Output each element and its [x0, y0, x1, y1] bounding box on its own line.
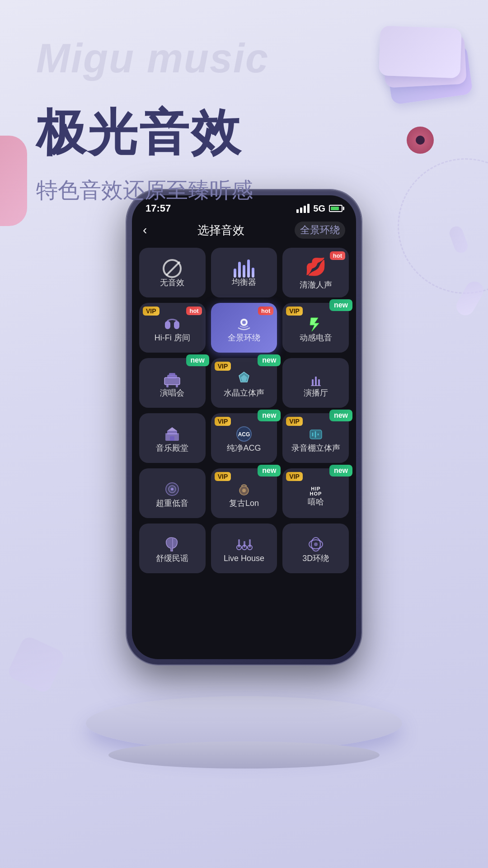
new-badge-retro: new	[258, 465, 281, 476]
vip-badge-dynamic: VIP	[286, 307, 303, 316]
pedestal-base	[108, 741, 380, 769]
effect-hifi[interactable]: VIP hot Hi-Fi 房间	[139, 303, 206, 353]
vip-badge-retro: VIP	[215, 472, 231, 481]
svg-rect-5	[164, 377, 180, 385]
vip-badge-acg: VIP	[215, 417, 231, 426]
screen-title: 选择音效	[197, 222, 244, 238]
vip-badge-hiphop: VIP	[286, 472, 303, 481]
dynamic-icon	[306, 314, 325, 333]
back-button[interactable]: ‹	[143, 223, 147, 237]
concert-icon	[163, 369, 182, 388]
effect-concert[interactable]: new 演唱会	[139, 358, 206, 408]
svg-rect-40	[249, 539, 251, 547]
acg-icon: ACG	[235, 425, 253, 443]
effect-label-hifi: Hi-Fi 房间	[155, 333, 190, 343]
svg-text:ACG: ACG	[238, 431, 250, 438]
vip-badge: VIP	[143, 307, 160, 316]
svg-rect-7	[169, 373, 175, 376]
svg-rect-14	[318, 379, 320, 386]
vip-badge-studio: VIP	[286, 417, 303, 426]
effects-grid: 无音效 均衡器 hot 💋 清澈人声	[132, 244, 356, 577]
svg-rect-19	[170, 436, 174, 441]
effect-label-live-house: Live House	[224, 554, 264, 564]
equalizer-icon	[234, 259, 254, 278]
svg-point-3	[242, 321, 246, 324]
hero-section: Migu music 极光音效 特色音效还原至臻听感	[36, 36, 452, 205]
hot-badge-hifi: hot	[186, 307, 202, 315]
effect-retro[interactable]: VIP new 复古Lon	[211, 468, 277, 518]
new-badge-concert: new	[186, 354, 209, 366]
effect-label-no-effect: 无音效	[160, 278, 184, 288]
effect-label-concert: 演唱会	[160, 388, 184, 398]
effect-label-retro: 复古Lon	[229, 499, 259, 509]
crystal-icon	[235, 369, 253, 388]
effect-studio[interactable]: VIP new 录音棚立体声	[282, 413, 349, 463]
effect-palace[interactable]: 音乐殿堂	[139, 413, 206, 463]
retro-icon	[235, 480, 253, 499]
vip-badge-crystal: VIP	[215, 362, 231, 371]
effect-crystal[interactable]: VIP new 水晶立体声	[211, 358, 277, 408]
3d-surround-icon	[306, 535, 325, 554]
svg-marker-18	[167, 427, 177, 431]
svg-rect-39	[244, 541, 245, 547]
effect-label-acg: 纯净ACG	[227, 443, 261, 453]
effect-no-effect[interactable]: 无音效	[139, 248, 206, 297]
effect-label-3d-surround: 3D环绕	[302, 554, 329, 564]
svg-point-31	[242, 489, 246, 492]
new-badge-dynamic: new	[329, 299, 352, 311]
effect-label-hiphop: 嘻哈	[308, 497, 324, 507]
effect-label-folk: 舒缓民谣	[156, 554, 188, 564]
svg-marker-4	[310, 318, 319, 331]
effect-bass[interactable]: 超重低音	[139, 468, 206, 518]
effect-label-palace: 音乐殿堂	[156, 443, 188, 453]
palace-icon	[163, 425, 182, 443]
effect-label-panoramic: 全景环绕	[228, 333, 260, 343]
new-badge-acg: new	[258, 410, 281, 421]
svg-rect-9	[176, 385, 178, 387]
panoramic-icon	[235, 314, 253, 333]
new-badge-crystal: new	[258, 354, 281, 366]
watermark-text: Migu music	[36, 36, 269, 81]
effect-panoramic[interactable]: hot 全景环绕	[211, 303, 277, 353]
new-badge-studio: new	[329, 410, 352, 421]
effect-label-hall: 演播厅	[304, 388, 328, 398]
effect-label-equalizer: 均衡器	[232, 278, 256, 288]
effect-label-dynamic: 动感电音	[300, 333, 332, 343]
signal-icon	[296, 204, 310, 213]
svg-point-29	[171, 488, 174, 491]
svg-text:HOP: HOP	[310, 491, 322, 496]
effect-3d-surround[interactable]: 3D环绕	[282, 524, 349, 573]
effect-label-crystal: 水晶立体声	[224, 388, 264, 398]
svg-rect-12	[312, 379, 314, 386]
effect-label-studio: 录音棚立体声	[291, 443, 340, 453]
screen-header: ‹ 选择音效 全景环绕	[132, 218, 356, 244]
svg-rect-1	[174, 321, 179, 329]
phone-mockup: 17:57 5G ‹ 选择音效 全	[127, 190, 361, 665]
effect-live-house[interactable]: Live House	[211, 524, 277, 573]
effect-hiphop[interactable]: VIP new HIP HOP 嘻哈	[282, 468, 349, 518]
effect-hall[interactable]: 演播厅	[282, 358, 349, 408]
effect-folk[interactable]: 舒缓民谣	[139, 524, 206, 573]
hiphop-icon: HIP HOP	[306, 481, 325, 497]
hall-icon	[306, 369, 325, 388]
folk-icon	[163, 535, 182, 554]
effect-clear-voice[interactable]: hot 💋 清澈人声	[282, 248, 349, 297]
effect-label-bass: 超重低音	[156, 499, 188, 509]
svg-rect-38	[238, 539, 240, 547]
active-effect-tag: 全景环绕	[295, 222, 345, 239]
battery-icon	[329, 205, 343, 212]
svg-rect-17	[167, 431, 177, 434]
effect-equalizer[interactable]: 均衡器	[211, 248, 277, 297]
sub-title: 特色音效还原至臻听感	[36, 176, 452, 205]
hifi-icon	[163, 314, 182, 333]
effect-dynamic[interactable]: VIP new 动感电音	[282, 303, 349, 353]
main-title: 极光音效	[36, 99, 452, 167]
new-badge-hiphop: new	[329, 465, 352, 476]
no-effect-icon	[163, 259, 182, 278]
effect-acg[interactable]: VIP new ACG 纯净ACG	[211, 413, 277, 463]
svg-rect-13	[315, 377, 317, 386]
studio-icon	[306, 425, 325, 443]
hot-badge-panoramic: hot	[258, 307, 273, 315]
svg-point-43	[314, 542, 318, 546]
bass-icon	[163, 480, 182, 499]
